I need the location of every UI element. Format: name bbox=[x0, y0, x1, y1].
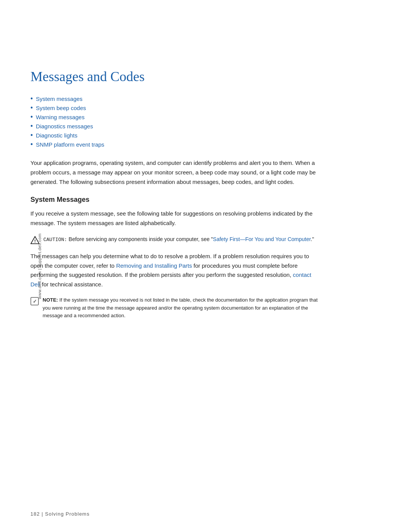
bullet-icon: • bbox=[30, 104, 33, 111]
note-body: If the system message you received is no… bbox=[43, 297, 318, 319]
bullet-icon: • bbox=[30, 113, 33, 120]
system-messages-intro: If you receive a system message, see the… bbox=[30, 209, 320, 228]
bullet-icon: • bbox=[30, 123, 33, 129]
svg-text:✓: ✓ bbox=[33, 298, 37, 304]
caution-label: CAUTION: bbox=[43, 237, 67, 243]
toc-list: • System messages • System beep codes • … bbox=[30, 95, 381, 148]
toc-link-system-messages[interactable]: System messages bbox=[36, 96, 83, 102]
intro-paragraph: Your application programs, operating sys… bbox=[30, 158, 320, 187]
footer: 182 | Solving Problems bbox=[30, 511, 89, 517]
body-paragraph-1: The messages can help you determine what… bbox=[30, 252, 320, 289]
toc-item-system-messages: • System messages bbox=[30, 95, 381, 102]
removing-installing-link[interactable]: Removing and Installing Parts bbox=[116, 262, 192, 269]
toc-link-snmp[interactable]: SNMP platform event traps bbox=[36, 141, 104, 148]
sidebar-text: www.dell.com | support.dell.com bbox=[37, 233, 42, 299]
footer-text: 182 | Solving Problems bbox=[30, 511, 89, 517]
toc-item-snmp: • SNMP platform event traps bbox=[30, 141, 381, 148]
toc-item-diagnostic-lights: • Diagnostic lights bbox=[30, 132, 381, 139]
toc-item-warning-messages: • Warning messages bbox=[30, 113, 381, 120]
note-text: NOTE: If the system message you received… bbox=[43, 296, 320, 320]
svg-text:!: ! bbox=[34, 239, 36, 243]
body-text-after: for technical assistance. bbox=[40, 281, 103, 288]
caution-body-before: Before servicing any components inside y… bbox=[68, 236, 213, 242]
toc-link-diagnostic-lights[interactable]: Diagnostic lights bbox=[36, 132, 77, 139]
toc-link-warning-messages[interactable]: Warning messages bbox=[36, 114, 84, 120]
caution-text: CAUTION: Before servicing any components… bbox=[43, 235, 314, 244]
bullet-icon: • bbox=[30, 95, 33, 102]
main-content: Messages and Codes • System messages • S… bbox=[30, 0, 381, 320]
caution-box: ! CAUTION: Before servicing any componen… bbox=[30, 235, 320, 245]
toc-item-diagnostics-messages: • Diagnostics messages bbox=[30, 123, 381, 129]
toc-link-diagnostics-messages[interactable]: Diagnostics messages bbox=[36, 123, 93, 129]
caution-body-after: ." bbox=[311, 236, 314, 242]
system-messages-heading: System Messages bbox=[30, 196, 381, 204]
toc-item-system-beep-codes: • System beep codes bbox=[30, 104, 381, 111]
toc-link-system-beep-codes[interactable]: System beep codes bbox=[36, 105, 86, 111]
bullet-icon: • bbox=[30, 132, 33, 139]
note-box: ✓ NOTE: If the system message you receiv… bbox=[30, 296, 320, 320]
page-title: Messages and Codes bbox=[30, 69, 381, 85]
bullet-icon: • bbox=[30, 141, 33, 148]
note-label: NOTE: bbox=[43, 297, 58, 303]
caution-link[interactable]: Safety First—For You and Your Computer bbox=[213, 236, 311, 242]
